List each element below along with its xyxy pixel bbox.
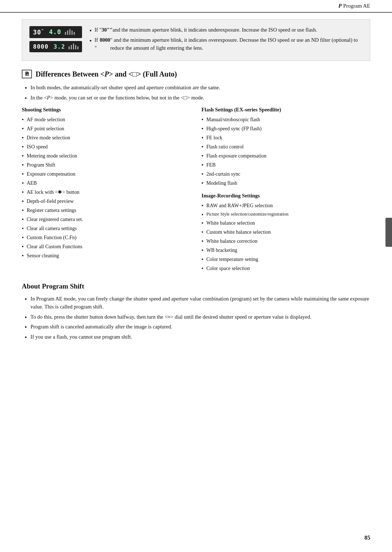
shooting-item-15: Clear all Custom Functions — [22, 243, 191, 250]
shooting-item-9: AE lock with <✱> button — [22, 188, 191, 196]
flash-item-5: Flash exposure compensation — [201, 152, 370, 160]
shooting-item-13: Clear all camera settings — [22, 225, 191, 232]
img-item-7: Color temperature setting — [201, 255, 370, 263]
img-item-4: Custom white balance selection — [201, 228, 370, 236]
flash-heading: Flash Settings (EX-series Speedlite) — [201, 107, 370, 113]
flash-item-4: Flash ratio control — [201, 143, 370, 151]
info-bullet-2: If "8000" and the minimum aperture blink… — [89, 36, 363, 52]
about-bullet-4: If you use a flash, you cannot use progr… — [22, 333, 370, 341]
lcd-display-1: 30" 4.0 — [29, 26, 82, 38]
shooting-list: AF mode selection AF point selection Dri… — [22, 116, 191, 259]
flash-list: Manual/stroboscopic flash High-speed syn… — [201, 116, 370, 187]
image-recording-list: RAW and RAW+JPEG selection Picture Style… — [201, 202, 370, 272]
header-title: Program AE — [343, 3, 370, 9]
info-box-list: If "30"" and the maximum aperture blink,… — [89, 26, 363, 52]
note-icon: 🖹 — [22, 70, 32, 78]
flash-item-6: FEB — [201, 161, 370, 169]
about-section: About Program Shift In Program AE mode, … — [22, 282, 370, 341]
shooting-item-2: AF point selection — [22, 125, 191, 132]
flash-item-8: Modeling flash — [201, 179, 370, 187]
img-item-1: RAW and RAW+JPEG selection — [201, 202, 370, 209]
lcd-display-2: 8000 3.2 — [29, 41, 82, 52]
flash-item-1: Manual/stroboscopic flash — [201, 116, 370, 123]
shooting-item-14: Custom Function (C.Fn) — [22, 234, 191, 241]
shooting-item-1: AF mode selection — [22, 116, 191, 123]
right-tab — [385, 218, 392, 247]
page-number: 85 — [364, 535, 370, 541]
about-bullet-3: Program shift is canceled automatically … — [22, 323, 370, 331]
diff-bullet-1: In both modes, the automatically-set shu… — [22, 83, 370, 91]
shooting-item-10: Depth-of-field preview — [22, 197, 191, 205]
flash-image-col: Flash Settings (EX-series Speedlite) Man… — [198, 107, 370, 274]
page-header: P Program AE — [0, 0, 392, 13]
shooting-item-11: Register camera settings — [22, 207, 191, 214]
img-item-6: WB bracketing — [201, 246, 370, 254]
img-item-2: Picture Style selection/customize/regist… — [201, 211, 370, 218]
about-bullet-1: In Program AE mode, you can freely chang… — [22, 295, 370, 311]
shooting-settings-col: Shooting Settings AF mode selection AF p… — [22, 107, 198, 274]
img-item-5: White balance correction — [201, 237, 370, 245]
settings-columns: Shooting Settings AF mode selection AF p… — [22, 107, 370, 274]
info-bullet-1: If "30"" and the maximum aperture blink,… — [89, 26, 363, 34]
image-recording-heading: Image-Recording Settings — [201, 193, 370, 199]
img-item-8: Color space selection — [201, 265, 370, 272]
shooting-item-4: ISO speed — [22, 143, 191, 151]
shooting-item-16: Sensor cleaning — [22, 252, 191, 259]
shooting-item-3: Drive mode selection — [22, 134, 191, 142]
img-item-3: White balance selection — [201, 219, 370, 227]
shooting-item-8: AEB — [22, 179, 191, 187]
about-bullets: In Program AE mode, you can freely chang… — [22, 295, 370, 341]
lcd-displays: 30" 4.0 8000 3.2 — [29, 26, 82, 52]
section-title: Differences Between <P> and <□> (Full Au… — [36, 70, 177, 78]
shooting-item-5: Metering mode selection — [22, 152, 191, 160]
differences-bullets: In both modes, the automatically-set shu… — [22, 83, 370, 102]
about-heading: About Program Shift — [22, 282, 370, 290]
header-mode-letter: P — [338, 3, 342, 9]
flash-item-7: 2nd-curtain sync — [201, 170, 370, 178]
shooting-heading: Shooting Settings — [22, 107, 191, 113]
diff-bullet-2: In the <P> mode, you can set or use the … — [22, 94, 370, 102]
about-bullet-2: To do this, press the shutter button dow… — [22, 313, 370, 321]
flash-item-3: FE lock — [201, 134, 370, 142]
shooting-item-12: Clear registered camera set. — [22, 216, 191, 223]
info-box-text: If "30"" and the maximum aperture blink,… — [89, 26, 363, 54]
shooting-item-7: Exposure compensation — [22, 170, 191, 178]
shooting-item-6: Program Shift — [22, 161, 191, 169]
main-content: 30" 4.0 8000 3.2 — [0, 13, 392, 357]
differences-heading: 🖹 Differences Between <P> and <□> (Full … — [22, 70, 370, 78]
flash-item-2: High-speed sync (FP flash) — [201, 125, 370, 132]
info-box: 30" 4.0 8000 3.2 — [22, 19, 370, 61]
